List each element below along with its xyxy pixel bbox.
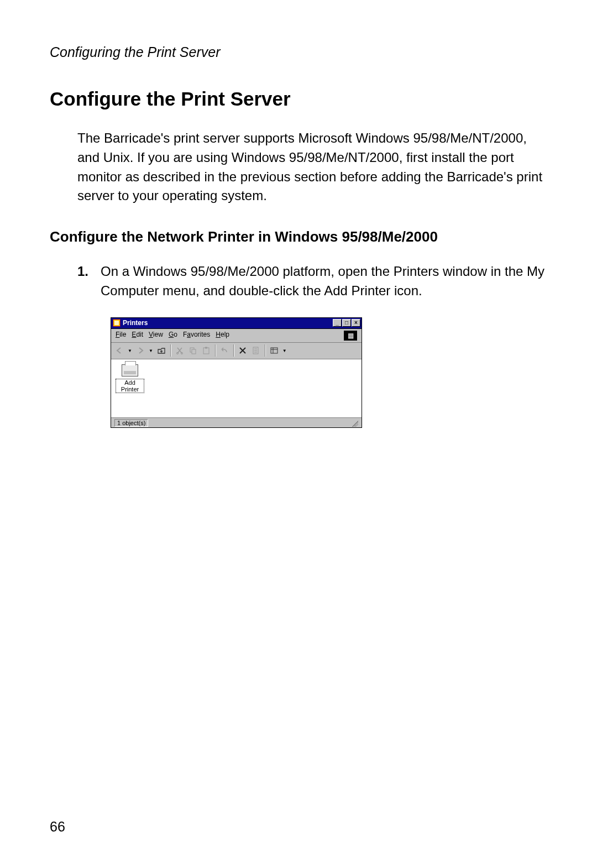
window-statusbar: 1 object(s) <box>111 417 362 427</box>
cut-button[interactable] <box>174 344 186 357</box>
maximize-button[interactable]: □ <box>342 319 351 327</box>
menu-file[interactable]: File <box>116 331 126 341</box>
toolbar-separator <box>233 344 234 357</box>
printers-window: Printers _ □ × File Edit View Go Favorit… <box>111 317 362 428</box>
intro-paragraph: The Barricade's print server supports Mi… <box>77 129 547 206</box>
undo-button[interactable] <box>218 344 231 357</box>
add-printer-item[interactable]: Add Printer <box>116 364 144 393</box>
step-text: On a Windows 95/98/Me/2000 platform, ope… <box>101 262 547 301</box>
printer-icon <box>122 364 138 377</box>
paste-button[interactable] <box>200 344 212 357</box>
add-printer-label: Add Printer <box>116 379 144 393</box>
step-1: 1. On a Windows 95/98/Me/2000 platform, … <box>77 262 547 301</box>
window-client-area[interactable]: Add Printer <box>111 359 362 417</box>
menu-help[interactable]: Help <box>216 331 229 341</box>
back-dropdown-icon[interactable]: ▼ <box>127 348 133 353</box>
resize-grip-icon[interactable] <box>350 419 358 427</box>
svg-rect-7 <box>271 348 277 353</box>
copy-button[interactable] <box>187 344 199 357</box>
window-menubar: File Edit View Go Favorites Help ▦ <box>111 329 362 343</box>
close-button[interactable]: × <box>352 319 360 327</box>
views-dropdown-icon[interactable]: ▼ <box>281 348 288 353</box>
window-title: Printers <box>123 319 332 327</box>
running-header: Configuring the Print Server <box>50 44 547 60</box>
window-titlebar[interactable]: Printers _ □ × <box>111 318 362 329</box>
forward-button[interactable] <box>134 344 146 357</box>
properties-button[interactable] <box>250 344 262 357</box>
toolbar-separator <box>215 344 216 357</box>
menu-favorites[interactable]: Favorites <box>183 331 210 341</box>
minimize-button[interactable]: _ <box>333 319 342 327</box>
up-button[interactable] <box>155 344 167 357</box>
step-number: 1. <box>77 262 101 301</box>
menu-view[interactable]: View <box>149 331 163 341</box>
window-toolbar: ▼ ▼ <box>111 343 362 359</box>
svg-rect-5 <box>205 347 207 349</box>
toolbar-separator <box>170 344 171 357</box>
status-text: 1 object(s) <box>114 419 148 427</box>
system-menu-icon[interactable] <box>113 319 121 327</box>
views-button[interactable] <box>268 344 280 357</box>
page-number: 66 <box>50 819 65 835</box>
menu-edit[interactable]: Edit <box>132 331 143 341</box>
back-button[interactable] <box>113 344 125 357</box>
heading-configure-print-server: Configure the Print Server <box>50 88 547 110</box>
heading-configure-network-printer: Configure the Network Printer in Windows… <box>50 228 547 247</box>
toolbar-separator <box>265 344 265 357</box>
svg-rect-3 <box>192 349 196 354</box>
forward-dropdown-icon[interactable]: ▼ <box>148 348 154 353</box>
document-page: Configuring the Print Server Configure t… <box>0 0 597 868</box>
windows-flag-icon: ▦ <box>344 331 357 341</box>
delete-button[interactable] <box>237 344 249 357</box>
ordered-steps: 1. On a Windows 95/98/Me/2000 platform, … <box>77 262 547 301</box>
menu-go[interactable]: Go <box>169 331 177 341</box>
svg-rect-4 <box>203 348 209 354</box>
